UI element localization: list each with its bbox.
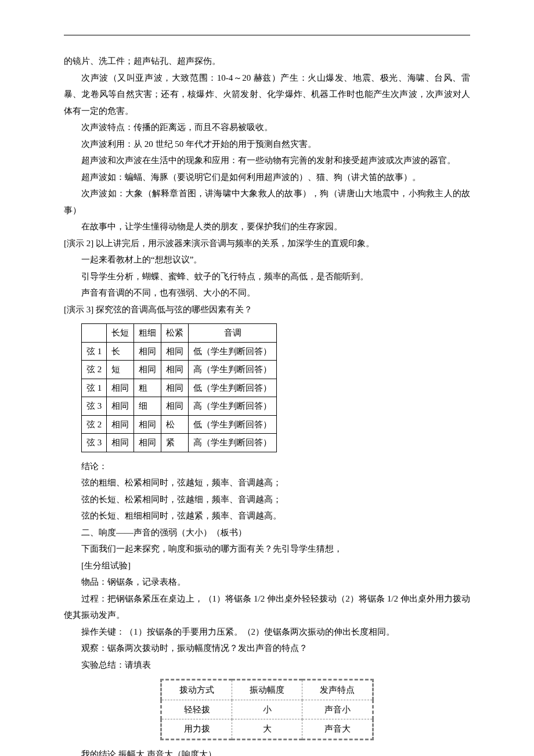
table-cell: 高（学生判断回答） bbox=[189, 397, 277, 416]
paragraph: 过程：把钢锯条紧压在桌边上，（1）将锯条 1/2 伸出桌外轻轻拨动（2）将锯条 … bbox=[64, 591, 470, 624]
table-row: 轻轻拨 小 声音小 bbox=[161, 700, 373, 719]
table-cell: 声音大 bbox=[302, 719, 373, 740]
table-row: 弦 3 相同 相同 紧 高（学生判断回答） bbox=[82, 434, 277, 452]
table-cell: 用力拨 bbox=[161, 719, 232, 740]
paragraph: 弦的长短、粗细相同时，弦越紧，频率、音调越高。 bbox=[64, 507, 470, 524]
table-cell: 相同 bbox=[134, 342, 161, 361]
table-header: 粗细 bbox=[134, 324, 161, 343]
table-cell: 相同 bbox=[161, 361, 189, 379]
table-cell: 相同 bbox=[161, 379, 189, 397]
table-cell: 相同 bbox=[134, 361, 161, 379]
table-cell: 相同 bbox=[134, 415, 161, 434]
paragraph: 物品：钢锯条，记录表格。 bbox=[64, 574, 470, 591]
table-cell: 相同 bbox=[107, 434, 134, 452]
table-row: 弦 1 相同 粗 相同 低（学生判断回答） bbox=[82, 379, 277, 397]
paragraph: [演示 2] 以上讲完后，用示波器来演示音调与频率的关系，加深学生的直观印象。 bbox=[64, 235, 470, 252]
table-cell: 大 bbox=[232, 719, 302, 740]
paragraph: 一起来看教材上的“想想议议”。 bbox=[64, 251, 470, 268]
table-cell: 小 bbox=[232, 700, 302, 719]
table-cell: 弦 3 bbox=[82, 434, 107, 452]
table-row: 弦 2 短 相同 相同 高（学生判断回答） bbox=[82, 361, 277, 379]
paragraph: 超声波和次声波在生活中的现象和应用：有一些动物有完善的发射和接受超声波或次声波的… bbox=[64, 152, 470, 169]
table-cell: 长 bbox=[107, 342, 134, 361]
table-cell: 高（学生判断回答） bbox=[189, 434, 277, 452]
table-cell: 相同 bbox=[161, 397, 189, 416]
table-header: 拨动方式 bbox=[161, 680, 232, 700]
table-cell: 弦 1 bbox=[82, 379, 107, 397]
top-rule bbox=[64, 35, 470, 35]
paragraph: 观察：锯条两次拨动时，振动幅度情况？发出声音的特点？ bbox=[64, 640, 470, 657]
table-cell: 相同 bbox=[161, 342, 189, 361]
paragraph: 引导学生分析，蝴蝶、蜜蜂、蚊子的飞行特点，频率的高低，是否能听到。 bbox=[64, 268, 470, 285]
table-row: 弦 2 相同 相同 松 低（学生判断回答） bbox=[82, 415, 277, 434]
paragraph: 结论： bbox=[64, 458, 470, 475]
table-cell: 轻轻拨 bbox=[161, 700, 232, 719]
paragraph: 次声波（又叫亚声波，大致范围：10-4～20 赫兹）产生：火山爆发、地震、极光、… bbox=[64, 70, 470, 120]
table-cell: 弦 2 bbox=[82, 361, 107, 379]
table-header: 振动幅度 bbox=[232, 680, 302, 700]
table-header: 发声特点 bbox=[302, 680, 373, 700]
experiment-summary-table: 拨动方式 振动幅度 发声特点 轻轻拨 小 声音小 用力拨 大 声音大 bbox=[160, 679, 374, 740]
paragraph: 超声波如：蝙蝠、海豚（要说明它们是如何利用超声波的）、猫、狗（讲犬笛的故事）。 bbox=[64, 169, 470, 186]
paragraph: [演示 3] 探究弦的音调高低与弦的哪些因素有关？ bbox=[64, 301, 470, 318]
paragraph: 声音有音调的不同，也有强弱、大小的不同。 bbox=[64, 285, 470, 301]
document-page: 的镜片、洗工件；超声钻孔、超声探伤。 次声波（又叫亚声波，大致范围：10-4～2… bbox=[0, 0, 534, 756]
table-cell: 相同 bbox=[107, 415, 134, 434]
paragraph: 我的结论 振幅大 声音大（响度大） bbox=[64, 746, 470, 757]
table-cell: 相同 bbox=[107, 397, 134, 416]
paragraph: 次声波特点：传播的距离远，而且不容易被吸收。 bbox=[64, 119, 470, 136]
table-row: 用力拨 大 声音大 bbox=[161, 719, 373, 740]
paragraph: 次声波如：大象（解释章首图，讲海啸中大象救人的故事），狗（讲唐山大地震中，小狗救… bbox=[64, 185, 470, 218]
table-cell: 低（学生判断回答） bbox=[189, 342, 277, 361]
table-cell: 紧 bbox=[161, 434, 189, 452]
table-cell: 声音小 bbox=[302, 700, 373, 719]
string-pitch-table: 长短 粗细 松紧 音调 弦 1 长 相同 相同 低（学生判断回答） 弦 2 短 … bbox=[81, 323, 277, 452]
table-cell: 高（学生判断回答） bbox=[189, 361, 277, 379]
paragraph: 在故事中，让学生懂得动物是人类的朋友，要保护我们的生存家园。 bbox=[64, 218, 470, 235]
table-cell: 相同 bbox=[134, 434, 161, 452]
table-row: 弦 3 相同 细 相同 高（学生判断回答） bbox=[82, 397, 277, 416]
paragraph: 下面我们一起来探究，响度和振动的哪方面有关？先引导学生猜想， bbox=[64, 541, 470, 557]
paragraph: 的镜片、洗工件；超声钻孔、超声探伤。 bbox=[64, 53, 470, 70]
table-header: 长短 bbox=[107, 324, 134, 343]
table-cell: 弦 3 bbox=[82, 397, 107, 416]
table-cell: 低（学生判断回答） bbox=[189, 379, 277, 397]
table-header bbox=[82, 324, 107, 343]
paragraph: 弦的粗细、松紧相同时，弦越短，频率、音调越高； bbox=[64, 474, 470, 491]
table-cell: 细 bbox=[134, 397, 161, 416]
table-header-row: 拨动方式 振动幅度 发声特点 bbox=[161, 680, 373, 700]
paragraph: [生分组试验] bbox=[64, 557, 470, 574]
table-cell: 弦 1 bbox=[82, 342, 107, 361]
table-cell: 相同 bbox=[107, 379, 134, 397]
table-cell: 粗 bbox=[134, 379, 161, 397]
paragraph: 二、响度——声音的强弱（大小）（板书） bbox=[64, 524, 470, 541]
paragraph: 实验总结：请填表 bbox=[64, 657, 470, 674]
table-cell: 短 bbox=[107, 361, 134, 379]
paragraph: 操作关键：（1）按锯条的手要用力压紧。（2）使锯条两次振动的伸出长度相同。 bbox=[64, 624, 470, 640]
table-cell: 弦 2 bbox=[82, 415, 107, 434]
table-header-row: 长短 粗细 松紧 音调 bbox=[82, 324, 277, 343]
table-header: 音调 bbox=[189, 324, 277, 343]
table-cell: 松 bbox=[161, 415, 189, 434]
table-header: 松紧 bbox=[161, 324, 189, 343]
table-row: 弦 1 长 相同 相同 低（学生判断回答） bbox=[82, 342, 277, 361]
table-cell: 低（学生判断回答） bbox=[189, 415, 277, 434]
paragraph: 弦的长短、松紧相同时，弦越细，频率、音调越高； bbox=[64, 491, 470, 508]
paragraph: 次声波利用：从 20 世纪 50 年代才开始的用于预测自然灾害。 bbox=[64, 136, 470, 153]
